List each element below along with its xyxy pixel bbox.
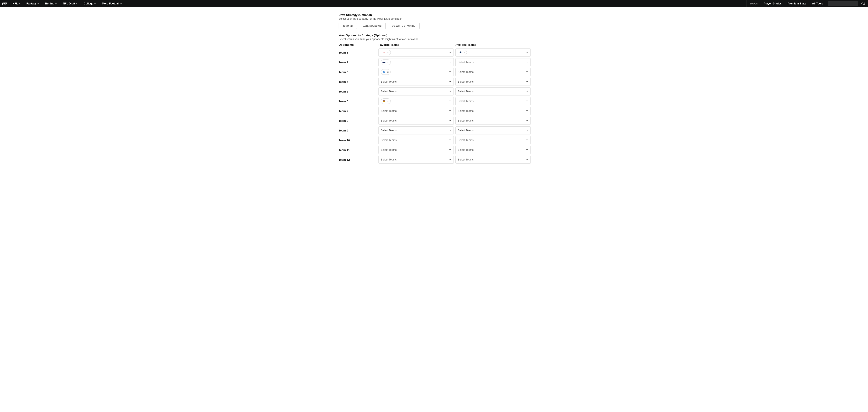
- select-placeholder: Select Teams: [458, 139, 474, 142]
- chevron-down-icon: [526, 81, 528, 82]
- strategy-option-zero-rb[interactable]: ZERO RB: [339, 23, 357, 29]
- search-box[interactable]: [828, 1, 858, 6]
- avoided-teams-select[interactable]: Select Teams: [456, 78, 531, 86]
- svg-point-4: [384, 72, 385, 72]
- favorite-teams-select[interactable]: ×: [378, 68, 454, 76]
- nav-item-nfl-draft[interactable]: NFL Draft: [60, 0, 81, 7]
- select-placeholder: Select Teams: [458, 129, 474, 132]
- select-placeholder: Select Teams: [458, 70, 474, 73]
- selected-team-chip-dal: ×: [458, 50, 467, 55]
- avoided-teams-select[interactable]: Select Teams: [456, 97, 531, 105]
- avoided-teams-select[interactable]: Select Teams: [456, 107, 531, 115]
- draft-strategy-subtitle: Select your draft strategy for the Mock …: [339, 18, 529, 20]
- team-logo-ne: [382, 61, 386, 64]
- nav-item-college[interactable]: College: [81, 0, 99, 7]
- avoided-teams-select[interactable]: Select Teams: [456, 156, 531, 164]
- opponent-row-label: Team 2: [339, 58, 377, 66]
- remove-chip-icon[interactable]: ×: [387, 61, 389, 64]
- favorite-teams-select[interactable]: Select Teams: [378, 156, 454, 164]
- user-icon: [863, 2, 866, 5]
- nav-link-player-grades[interactable]: Player Grades: [761, 2, 785, 5]
- chevron-down-icon: [449, 149, 451, 150]
- chevron-down-icon: [526, 130, 528, 131]
- favorite-teams-select[interactable]: Select Teams: [378, 78, 454, 86]
- chevron-down-icon: [449, 159, 451, 160]
- col-header-avoided: Avoided Teams: [456, 43, 531, 46]
- chevron-down-icon: [449, 120, 451, 121]
- favorite-teams-select[interactable]: ×: [378, 58, 454, 66]
- favorite-teams-select[interactable]: Select Teams: [378, 136, 454, 144]
- chevron-down-icon: [526, 52, 528, 53]
- favorite-teams-select[interactable]: Select Teams: [378, 146, 454, 154]
- select-placeholder: Select Teams: [458, 158, 474, 161]
- chevron-down-icon: [449, 101, 451, 102]
- opponent-row-label: Team 9: [339, 127, 377, 134]
- draft-strategy-title: Draft Strategy (Optional): [339, 13, 529, 16]
- chevron-down-icon: [526, 62, 528, 63]
- avoided-teams-select[interactable]: Select Teams: [456, 146, 531, 154]
- main-content: Draft Strategy (Optional) Select your dr…: [339, 7, 529, 164]
- opponent-row-label: Team 10: [339, 136, 377, 144]
- nav-item-label: More Football: [102, 0, 119, 7]
- opponents-strategy-title: Your Opponents Strategy (Optional): [339, 34, 529, 37]
- remove-chip-icon[interactable]: ×: [463, 51, 465, 54]
- remove-chip-icon[interactable]: ×: [387, 100, 389, 103]
- select-placeholder: Select Teams: [458, 109, 474, 112]
- nav-item-fantasy[interactable]: Fantasy: [23, 0, 42, 7]
- select-placeholder: Select Teams: [381, 148, 397, 151]
- favorite-teams-select[interactable]: Select Teams: [378, 127, 454, 134]
- avoided-teams-select[interactable]: Select Teams: [456, 58, 531, 66]
- select-placeholder: Select Teams: [381, 139, 397, 142]
- chevron-down-icon: [94, 3, 96, 4]
- remove-chip-icon[interactable]: ×: [387, 51, 389, 54]
- chevron-down-icon: [526, 91, 528, 92]
- chevron-down-icon: [526, 159, 528, 160]
- select-placeholder: Select Teams: [381, 119, 397, 122]
- select-placeholder: Select Teams: [381, 90, 397, 93]
- avoided-teams-select[interactable]: Select Teams: [456, 136, 531, 144]
- favorite-teams-select[interactable]: Select Teams: [378, 117, 454, 125]
- nav-item-more-football[interactable]: More Football: [99, 0, 125, 7]
- chevron-down-icon: [449, 140, 451, 141]
- nav-item-nfl[interactable]: NFL: [9, 0, 23, 7]
- brand-logo[interactable]: PFF: [0, 0, 9, 7]
- nav-left: NFLFantasyBettingNFL DraftCollegeMore Fo…: [9, 0, 125, 7]
- select-placeholder: Select Teams: [458, 100, 474, 103]
- nav-link-premium-stats[interactable]: Premium Stats: [785, 2, 809, 5]
- strategy-option-qb-wr-te-stacking[interactable]: QB-WR/TE STACKING: [388, 23, 420, 29]
- top-nav-bar: PFF NFLFantasyBettingNFL DraftCollegeMor…: [0, 0, 868, 7]
- nav-item-betting[interactable]: Betting: [42, 0, 60, 7]
- selected-team-chip-ten: ×: [381, 69, 391, 75]
- avoided-teams-select[interactable]: Select Teams: [456, 127, 531, 134]
- chevron-down-icon: [526, 110, 528, 111]
- chevron-down-icon: [120, 3, 122, 4]
- remove-chip-icon[interactable]: ×: [387, 71, 389, 73]
- chevron-down-icon: [76, 3, 78, 4]
- svg-point-2: [864, 3, 865, 4]
- team-logo-was: W: [382, 100, 386, 103]
- chevron-down-icon: [449, 130, 451, 131]
- user-menu[interactable]: [860, 2, 868, 5]
- strategy-options: ZERO RBLATE-ROUND QBQB-WR/TE STACKING: [339, 23, 529, 29]
- favorite-teams-select[interactable]: Select Teams: [378, 107, 454, 115]
- avoided-teams-select[interactable]: Select Teams: [456, 117, 531, 125]
- favorite-teams-select[interactable]: W×: [378, 97, 454, 105]
- favorite-teams-select[interactable]: ny×: [378, 48, 454, 57]
- favorite-teams-select[interactable]: Select Teams: [378, 88, 454, 96]
- chevron-down-icon: [526, 149, 528, 150]
- search-input[interactable]: [829, 2, 861, 5]
- opponent-row-label: Team 1: [339, 48, 377, 57]
- strategy-option-late-round-qb[interactable]: LATE-ROUND QB: [359, 23, 386, 29]
- col-header-opponents: Opponents: [339, 43, 377, 46]
- nav-link-all-tools[interactable]: All Tools: [809, 2, 826, 5]
- avoided-teams-select[interactable]: Select Teams: [456, 68, 531, 76]
- select-placeholder: Select Teams: [458, 148, 474, 151]
- avoided-teams-select[interactable]: ×: [456, 48, 531, 57]
- avoided-teams-select[interactable]: Select Teams: [456, 88, 531, 96]
- chevron-down-icon: [37, 3, 39, 4]
- nav-item-label: Fantasy: [27, 0, 36, 7]
- chevron-down-icon: [449, 110, 451, 111]
- nav-item-label: NFL: [12, 0, 18, 7]
- nav-item-label: College: [84, 0, 93, 7]
- chevron-down-icon: [449, 81, 451, 82]
